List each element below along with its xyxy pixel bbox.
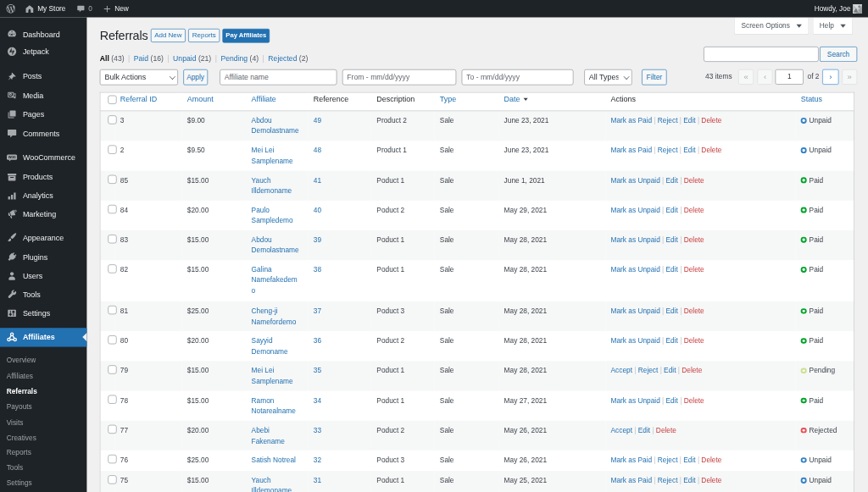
svg-text:woo: woo bbox=[8, 155, 16, 159]
